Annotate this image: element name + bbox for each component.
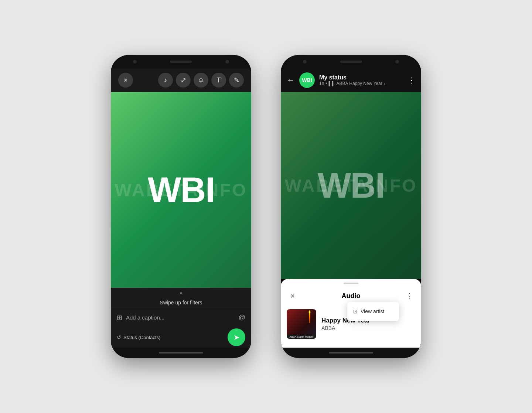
back-button[interactable]: ← [287, 75, 295, 85]
left-bottom-bar [111, 348, 251, 358]
status-separator: • [325, 81, 327, 86]
song-info: ABBA Happy New Year [337, 81, 382, 86]
sheet-header: × Audio ⋮ ⊡ View artist [281, 287, 421, 306]
right-notch [281, 55, 421, 68]
right-phone: ← WBI My status 1h • ▌▌ ABBA Happy New Y… [281, 55, 421, 358]
context-menu: ⊡ View artist [347, 302, 399, 321]
right-home-indicator [329, 352, 373, 354]
status-info: My status 1h • ▌▌ ABBA Happy New Year › [319, 74, 403, 86]
at-icon[interactable]: @ [239, 314, 245, 321]
send-bar: ↺ Status (Contacts) ➤ [111, 327, 251, 348]
left-camera [133, 60, 137, 64]
left-screen: × ♪ ⤢ ☺ T ✎ WBI WABETAINFO ^ Swipe [111, 68, 251, 348]
right-screen: ← WBI My status 1h • ▌▌ ABBA Happy New Y… [281, 68, 421, 348]
privacy-label[interactable]: ↺ Status (Contacts) [117, 334, 160, 340]
gallery-icon: ⊞ [117, 314, 122, 322]
send-button[interactable]: ➤ [228, 328, 245, 346]
right-speaker [340, 61, 362, 63]
swipe-chevron-icon: ^ [180, 291, 183, 298]
status-name: My status [319, 74, 403, 81]
crop-button[interactable]: ⤢ [176, 73, 191, 88]
track-artist: ABBA [321, 325, 415, 331]
sheet-title: Audio [299, 292, 403, 300]
candle-decoration [309, 313, 310, 323]
view-artist-icon: ⊡ [353, 308, 358, 314]
wbi-logo-left: WBI [148, 170, 215, 210]
sheet-handle [344, 283, 358, 284]
emoji-button[interactable]: ☺ [194, 73, 208, 88]
wbi-logo-right: WBI [318, 165, 385, 206]
text-button[interactable]: T [211, 73, 226, 88]
signal-icon: ▌▌ [329, 81, 335, 86]
more-options-button[interactable]: ⋮ [408, 76, 415, 85]
right-bottom-bar [281, 348, 421, 358]
status-header: ← WBI My status 1h • ▌▌ ABBA Happy New Y… [281, 68, 421, 92]
status-preview: WABETAINFO WBI [281, 92, 421, 279]
sheet-close-button[interactable]: × [287, 290, 299, 302]
left-home-indicator [159, 352, 203, 354]
sheet-more-button[interactable]: ⋮ [403, 290, 415, 302]
music-button[interactable]: ♪ [158, 73, 173, 88]
right-notch-camera-right [395, 60, 399, 64]
right-camera [225, 60, 229, 64]
close-button[interactable]: × [118, 73, 133, 88]
view-artist-item[interactable]: ⊡ View artist [347, 305, 399, 318]
right-notch-camera-left [303, 60, 307, 64]
privacy-text: Status (Contacts) [123, 335, 160, 340]
album-label: ABBA Super Trouper [287, 335, 316, 339]
view-artist-label: View artist [361, 308, 384, 314]
privacy-icon: ↺ [117, 334, 121, 340]
caption-bar: ⊞ Add a caption... @ [111, 308, 251, 327]
status-avatar: WBI [299, 72, 315, 88]
toolbar-icons: ♪ ⤢ ☺ T ✎ [158, 73, 244, 88]
left-speaker [170, 61, 192, 63]
phones-container: × ♪ ⤢ ☺ T ✎ WBI WABETAINFO ^ Swipe [0, 0, 532, 413]
album-art: ABBA Super Trouper [287, 309, 316, 339]
caption-input[interactable]: Add a caption... [126, 314, 235, 321]
status-image: WBI WABETAINFO [111, 92, 251, 288]
swipe-text: Swipe up for filters [160, 300, 202, 306]
left-phone: × ♪ ⤢ ☺ T ✎ WBI WABETAINFO ^ Swipe [111, 55, 251, 358]
chevron-right-icon: › [384, 81, 385, 86]
left-notch [111, 55, 251, 68]
left-toolbar: × ♪ ⤢ ☺ T ✎ [111, 68, 251, 92]
status-time: 1h [319, 81, 324, 86]
status-meta: 1h • ▌▌ ABBA Happy New Year › [319, 81, 403, 86]
swipe-hint: ^ Swipe up for filters [111, 288, 251, 308]
draw-button[interactable]: ✎ [229, 73, 244, 88]
image-area: WBI WABETAINFO [111, 92, 251, 288]
bottom-sheet: × Audio ⋮ ⊡ View artist ABBA Super Tro [281, 279, 421, 348]
